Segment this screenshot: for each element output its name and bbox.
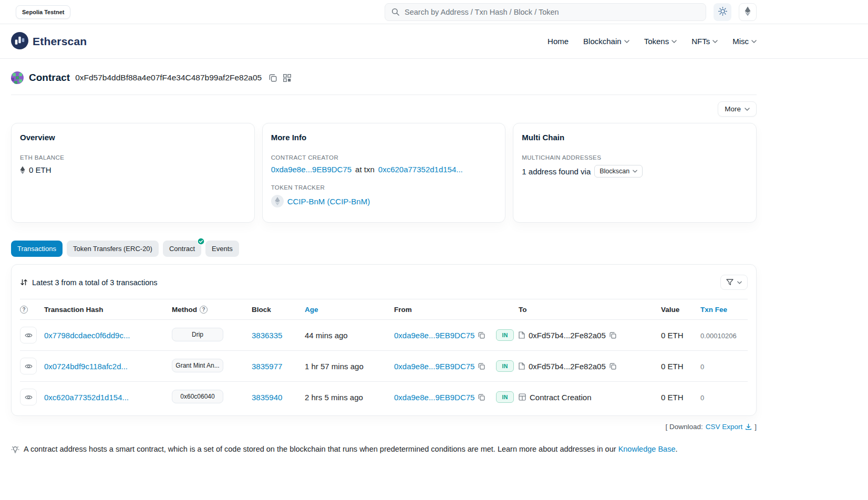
from-address-link[interactable]: 0xda9e8e...9EB9DC75	[394, 362, 474, 371]
multichain-provider-select[interactable]: Blockscan	[594, 165, 643, 178]
copy-icon[interactable]	[609, 332, 616, 339]
eye-preview-button[interactable]	[20, 327, 37, 343]
transaction-row: 0x0724bdf9c118afc2d... Grant Mint An... …	[20, 351, 748, 382]
copy-icon[interactable]	[478, 363, 485, 370]
multichain-addresses-label: MULTICHAIN ADDRESSES	[522, 154, 748, 161]
block-link[interactable]: 3835940	[252, 393, 282, 402]
file-icon	[519, 331, 525, 339]
nav-tokens[interactable]: Tokens	[644, 37, 677, 46]
col-to: To	[519, 299, 661, 320]
search-input[interactable]	[404, 7, 699, 17]
txn-hash-link[interactable]: 0x7798dcdaec0f6dd9c...	[44, 331, 130, 340]
nav-misc[interactable]: Misc	[732, 37, 757, 46]
ethereum-icon	[745, 6, 751, 18]
method-badge: 0x60c06040	[172, 390, 223, 403]
age-text: 2 hrs 5 mins ago	[305, 393, 363, 402]
help-icon[interactable]: ?	[200, 306, 208, 314]
to-address-text: Contract Creation	[530, 393, 592, 402]
tab-contract[interactable]: Contract	[163, 241, 201, 257]
token-logo-icon	[271, 195, 284, 207]
csv-export-link[interactable]: CSV Export	[706, 423, 752, 431]
nav-home[interactable]: Home	[547, 37, 569, 46]
chevron-down-icon	[671, 40, 677, 43]
main-header: Etherscan Home Blockchain Tokens NFTs Mi…	[0, 24, 868, 59]
eth-balance-label: ETH BALANCE	[20, 154, 246, 161]
txn-fee-text: 0	[700, 394, 704, 402]
value-text: 0 ETH	[661, 362, 684, 371]
multichain-card: Multi Chain MULTICHAIN ADDRESSES 1 addre…	[513, 123, 757, 223]
block-link[interactable]: 3835977	[252, 362, 282, 371]
download-row: [ Download: CSV Export ]	[11, 423, 757, 431]
topbar: Sepolia Testnet	[0, 0, 868, 24]
txn-hash-link[interactable]: 0xc620a77352d1d154...	[44, 393, 129, 402]
to-address-text: 0xFd57b4...2Fe82a05	[529, 362, 606, 371]
copy-icon[interactable]	[609, 363, 616, 370]
creator-address-link[interactable]: 0xda9e8e...9EB9DC75	[271, 165, 352, 174]
direction-badge: IN	[496, 329, 514, 341]
col-txn-fee[interactable]: Txn Fee	[700, 299, 748, 320]
filter-button[interactable]	[720, 275, 748, 290]
eye-preview-button[interactable]	[20, 389, 37, 405]
download-icon	[745, 423, 752, 430]
network-badge[interactable]: Sepolia Testnet	[16, 5, 70, 19]
txn-hash-link[interactable]: 0x0724bdf9c118afc2d...	[44, 362, 128, 371]
knowledge-base-link[interactable]: Knowledge Base	[618, 445, 676, 453]
tab-events[interactable]: Events	[205, 241, 239, 257]
col-value: Value	[661, 299, 700, 320]
network-menu-button[interactable]	[739, 3, 757, 21]
token-tracker-link[interactable]: CCIP-BnM (CCIP-BnM)	[287, 197, 370, 206]
age-text: 44 mins ago	[305, 331, 348, 340]
col-direction	[496, 299, 519, 320]
col-age[interactable]: Age	[305, 299, 394, 320]
eth-diamond-icon	[20, 166, 25, 174]
method-badge: Drip	[172, 328, 223, 341]
tab-token-transfers[interactable]: Token Transfers (ERC-20)	[67, 241, 159, 257]
funnel-icon	[726, 279, 733, 286]
card-title: Overview	[20, 133, 246, 142]
transactions-summary-text: Latest 3 from a total of 3 transactions	[32, 278, 158, 287]
chevron-down-icon	[745, 108, 750, 111]
col-block: Block	[252, 299, 305, 320]
more-info-card: More Info CONTRACT CREATOR 0xda9e8e...9E…	[262, 123, 506, 223]
chevron-down-icon	[624, 40, 629, 43]
search-icon	[391, 8, 399, 16]
creation-txn-link[interactable]: 0xc620a77352d1d154...	[378, 165, 463, 174]
value-text: 0 ETH	[661, 331, 684, 340]
from-address-link[interactable]: 0xda9e8e...9EB9DC75	[394, 331, 474, 340]
tab-transactions[interactable]: Transactions	[11, 241, 63, 257]
theme-toggle-button[interactable]	[714, 3, 731, 21]
nav-blockchain[interactable]: Blockchain	[583, 37, 629, 46]
more-options-button[interactable]: More	[718, 101, 757, 117]
from-address-link[interactable]: 0xda9e8e...9EB9DC75	[394, 393, 474, 402]
help-icon[interactable]: ?	[20, 306, 28, 314]
sort-icon	[20, 278, 28, 286]
search-box[interactable]	[385, 3, 706, 21]
main-content: Contract 0xFd57b4ddBf88a4e07fF4e34C487b9…	[11, 59, 757, 454]
col-method: Method?	[172, 299, 252, 320]
age-text: 1 hr 57 mins ago	[305, 362, 364, 371]
main-nav: Home Blockchain Tokens NFTs Misc	[547, 37, 757, 46]
card-title: Multi Chain	[522, 133, 748, 142]
contract-creator-label: CONTRACT CREATOR	[271, 154, 497, 161]
qr-code-button[interactable]	[283, 74, 291, 82]
copy-icon[interactable]	[478, 394, 485, 401]
eye-preview-button[interactable]	[20, 358, 37, 374]
transaction-row: 0xc620a77352d1d154... 0x60c06040 3835940…	[20, 382, 748, 413]
download-suffix: ]	[755, 423, 757, 431]
sun-icon	[718, 7, 727, 17]
copy-address-button[interactable]	[269, 74, 277, 82]
page-title: Contract	[29, 72, 70, 84]
copy-icon[interactable]	[478, 332, 485, 339]
note-suffix: .	[675, 445, 677, 453]
download-prefix: [ Download:	[665, 423, 702, 431]
col-from: From	[394, 299, 496, 320]
address-avatar	[11, 71, 24, 84]
method-badge: Grant Mint An...	[172, 359, 223, 372]
nav-nfts[interactable]: NFTs	[691, 37, 718, 46]
direction-badge: IN	[496, 391, 514, 403]
card-title: More Info	[271, 133, 497, 142]
block-link[interactable]: 3836335	[252, 331, 282, 340]
txn-fee-text: 0.00010206	[700, 332, 737, 340]
brand-logo[interactable]: Etherscan	[11, 32, 87, 51]
chevron-down-icon	[712, 40, 718, 43]
